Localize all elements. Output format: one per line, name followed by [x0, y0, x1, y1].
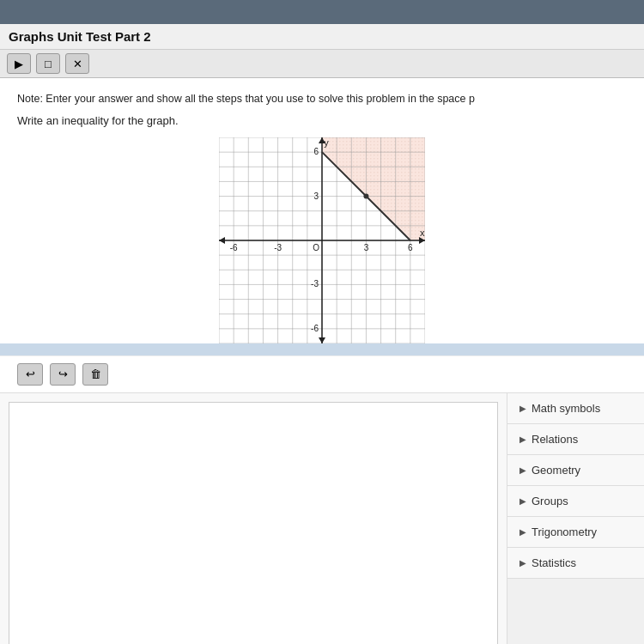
chevron-right-icon: ▶	[519, 434, 526, 444]
toolbar: ▶ □ ✕	[0, 50, 644, 78]
answer-input-area[interactable]	[9, 402, 498, 645]
question-text: Write an inequality for the graph.	[17, 114, 627, 127]
chevron-right-icon: ▶	[519, 404, 526, 413]
main-content: Note: Enter your answer and show all the…	[0, 78, 644, 343]
symbol-item-math-symbols[interactable]: ▶Math symbols	[507, 393, 644, 424]
coordinate-graph	[219, 137, 425, 343]
chevron-right-icon: ▶	[519, 558, 526, 568]
symbol-item-relations[interactable]: ▶Relations	[507, 424, 644, 455]
undo-button[interactable]: ↩	[17, 363, 43, 386]
symbol-item-groups[interactable]: ▶Groups	[507, 486, 644, 517]
symbol-item-geometry[interactable]: ▶Geometry	[507, 455, 644, 486]
redo-button[interactable]: ↪	[50, 363, 76, 386]
chevron-right-icon: ▶	[519, 527, 526, 537]
page-title: Graphs Unit Test Part 2	[9, 29, 151, 44]
graph-wrap	[219, 137, 425, 343]
title-bar: Graphs Unit Test Part 2	[0, 24, 644, 50]
bottom-section: ▶Math symbols▶Relations▶Geometry▶Groups▶…	[0, 392, 644, 645]
delete-button[interactable]: 🗑	[82, 363, 108, 386]
symbol-panel: ▶Math symbols▶Relations▶Geometry▶Groups▶…	[507, 393, 644, 645]
symbol-item-statistics[interactable]: ▶Statistics	[507, 548, 644, 579]
graph-container	[17, 137, 627, 343]
top-bar	[0, 0, 644, 24]
action-row: ↩ ↪ 🗑	[0, 355, 644, 392]
chevron-right-icon: ▶	[519, 496, 526, 506]
symbol-item-trigonometry[interactable]: ▶Trigonometry	[507, 517, 644, 548]
chevron-right-icon: ▶	[519, 465, 526, 475]
close-button[interactable]: ✕	[65, 53, 89, 74]
frame-button[interactable]: □	[36, 53, 60, 74]
cursor-button[interactable]: ▶	[7, 53, 31, 74]
note-text: Note: Enter your answer and show all the…	[17, 92, 627, 107]
